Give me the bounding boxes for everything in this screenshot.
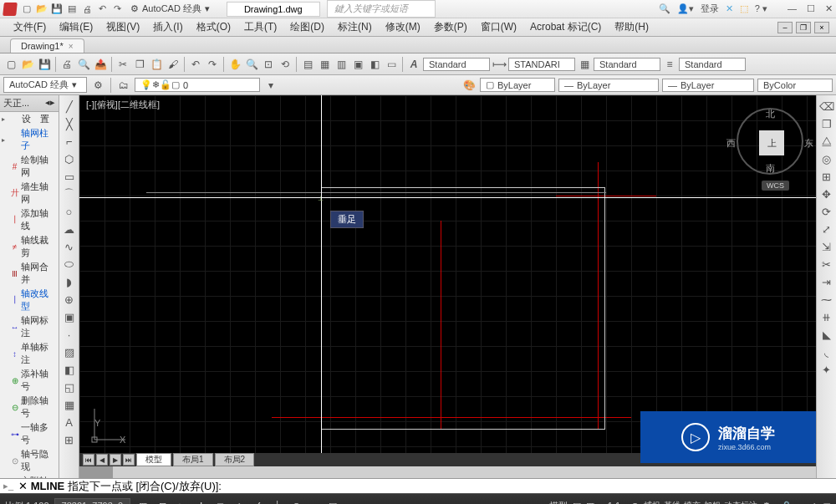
markup-icon[interactable]: ◧ [367,57,382,72]
panel-item[interactable]: ⊕添补轴号 [0,367,59,394]
panel-item[interactable]: ⊙轴号隐现 [0,447,59,474]
hatch-icon[interactable]: ▨ [62,344,77,359]
sb-lock-icon[interactable]: 🔒 [781,501,793,505]
sb-dyn-icon[interactable]: ⊕ [289,499,303,505]
panel-item[interactable]: Ⅲ轴网合并 [0,260,59,287]
app-store-icon[interactable]: ⬚ [740,3,748,14]
menu-item[interactable]: 参数(P) [427,18,474,36]
sb-ducs-icon[interactable]: └ [271,499,284,504]
fillet-icon[interactable]: ◟ [819,344,834,359]
menu-item[interactable]: 插入(I) [146,18,189,36]
undo-icon[interactable]: ↶ [95,3,109,16]
plotstyle-combo[interactable]: ByColor [757,79,833,92]
trim-icon[interactable]: ✂ [819,257,834,272]
save-icon[interactable]: 💾 [50,3,64,16]
layout1-tab[interactable]: 布局1 [173,453,213,466]
panel-item[interactable]: 丨轴改线型 [0,287,59,313]
search-icon[interactable]: 🔍 [659,3,670,14]
open-file-icon[interactable]: 📂 [20,57,35,72]
tab-next-icon[interactable]: ▶ [110,454,121,466]
sb-polar-icon[interactable]: ✛ [194,499,208,505]
menu-item[interactable]: 编辑(E) [53,18,99,36]
panel-item[interactable]: ≠轴线裁剪 [0,233,59,260]
viewcube-west[interactable]: 西 [726,137,736,150]
sb-iso-icon[interactable]: ◈ [811,501,818,505]
join-icon[interactable]: ⧺ [819,309,834,324]
sb-osnap-icon[interactable]: ◻ [213,499,227,505]
sb-quickview-icon[interactable]: ▣ [573,501,581,505]
panel-item[interactable]: #绘制轴网 [0,153,59,180]
dcenter-icon[interactable]: ▦ [317,57,332,72]
menu-item[interactable]: 格式(O) [190,18,237,36]
linetype-combo[interactable]: — ByLayer [558,79,659,92]
chamfer-icon[interactable]: ◣ [819,327,834,342]
tab-prev-icon[interactable]: ◀ [96,454,108,466]
maximize-button[interactable]: ☐ [807,3,815,14]
exchange-icon[interactable]: ✕ [726,3,733,14]
sb-tpy-icon[interactable]: ▤ [325,499,340,505]
viewcube-north[interactable]: 北 [766,108,775,120]
color-icon[interactable]: 🎨 [461,78,477,93]
viewcube-east[interactable]: 东 [804,137,813,150]
line-icon[interactable]: ╱ [62,99,77,114]
signin-icon[interactable]: 👤▾ [677,3,694,14]
viewcube-south[interactable]: 南 [766,162,775,175]
menu-item[interactable]: 视图(V) [99,18,146,36]
redo-icon[interactable]: ↷ [110,3,124,16]
mtext-icon[interactable]: A [62,415,77,430]
close-tab-icon[interactable]: × [69,42,74,51]
point-icon[interactable]: · [62,327,77,342]
sb-toggle[interactable]: 捕捉 [644,500,660,504]
sb-3dosnap-icon[interactable]: ◈ [232,499,246,505]
saveas-icon[interactable]: ▤ [65,3,79,16]
text-style-combo[interactable]: Standard [423,58,490,71]
zoomprev-icon[interactable]: ⟲ [278,57,293,72]
arc-icon[interactable]: ⌒ [62,186,77,201]
minimize-button[interactable]: — [788,3,797,14]
ellipse-icon[interactable]: ⬭ [62,257,77,272]
tablestyle-icon[interactable]: ▦ [577,57,592,72]
sb-snap-icon[interactable]: ⊡ [155,499,170,505]
doc-close-button[interactable]: × [814,22,829,33]
drawing-canvas[interactable]: [-][俯视][二维线框] ⊥ 垂足 Y X 北 南 东 西 上 WCS ⏮ [79,95,816,478]
menu-item[interactable]: 修改(M) [379,18,427,36]
viewport-label[interactable]: [-][俯视][二维线框] [86,99,160,111]
sb-toggle[interactable]: 填充 [684,500,701,504]
scale-label[interactable]: 比例 1:100 [5,500,49,505]
document-tab[interactable]: Drawing1* × [10,38,84,53]
circle-icon[interactable]: ○ [62,204,77,219]
sb-layouts-icon[interactable]: ▦ [586,501,594,505]
scale-icon[interactable]: ⤢ [819,221,834,237]
model-button[interactable]: 模型 [549,500,568,505]
sb-lwt-icon[interactable]: ≡ [308,499,320,504]
workspace-combo[interactable]: AutoCAD 经典 ▾ [3,77,87,93]
wcs-badge[interactable]: WCS [762,181,789,191]
table-icon[interactable]: ▦ [62,397,77,412]
menu-item[interactable]: 工具(T) [237,18,283,36]
menu-item[interactable]: 窗口(W) [474,18,523,36]
plot-icon[interactable]: 🖨 [59,57,74,72]
table-style-combo[interactable]: Standard [594,58,660,71]
viewcube-top[interactable]: 上 [759,130,784,155]
preview-icon[interactable]: 🔍 [76,57,91,72]
sb-grid-icon[interactable]: ▦ [135,499,150,505]
menu-item[interactable]: Acrobat 标记(C) [523,18,608,36]
signin-label[interactable]: 登录 [701,3,719,15]
viewcube[interactable]: 北 南 东 西 上 [737,108,803,175]
textstyle-icon[interactable]: A [406,57,421,72]
tpalette-icon[interactable]: ▥ [334,57,349,72]
doc-minimize-button[interactable]: – [777,22,793,33]
panel-item[interactable]: ▸设 置 [0,112,59,126]
new-file-icon[interactable]: ▢ [3,57,18,72]
layer-props-icon[interactable]: 🗂 [116,78,131,93]
sb-clean-icon[interactable]: ▢ [823,501,831,505]
new-icon[interactable]: ▢ [20,3,33,16]
paste-icon[interactable]: 📋 [149,57,164,72]
addselect-icon[interactable]: ⊞ [62,432,77,447]
revcloud-icon[interactable]: ☁ [62,221,77,237]
coords-field[interactable]: 78301, 7793, 0 [54,498,130,504]
menu-item[interactable]: 绘图(D) [283,18,331,36]
tab-last-icon[interactable]: ⏭ [123,454,135,466]
cut-icon[interactable]: ✂ [115,57,130,72]
save-file-icon[interactable]: 💾 [37,57,52,72]
